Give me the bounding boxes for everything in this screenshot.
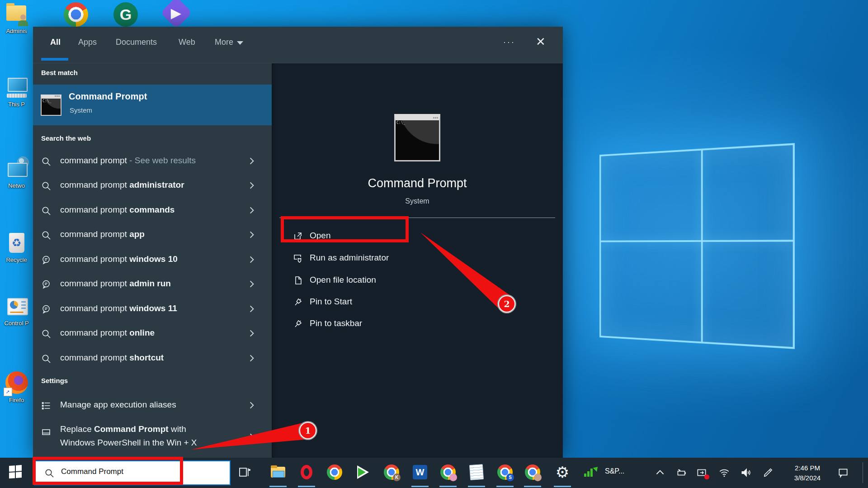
settings-row-aliases[interactable]: Manage app execution aliases — [33, 393, 272, 418]
best-match-result[interactable]: Command Prompt System — [33, 85, 272, 125]
running-indicator — [269, 486, 287, 487]
chevron-right-icon[interactable] — [247, 181, 256, 190]
suggestion-row[interactable]: command prompt online — [33, 322, 272, 346]
chrome-profile-avatar-icon[interactable] — [439, 464, 457, 481]
notification-dot — [704, 474, 709, 479]
best-match-header: Best match — [41, 69, 78, 76]
battery-icon[interactable] — [675, 467, 687, 479]
chrome-profile-s-icon[interactable]: S — [496, 464, 514, 481]
list-icon — [41, 400, 52, 411]
search-icon — [41, 230, 52, 241]
pin-icon — [292, 318, 303, 329]
user-icon — [18, 14, 28, 26]
tab-web[interactable]: Web — [179, 38, 195, 47]
wifi-icon[interactable] — [718, 467, 730, 479]
settings-header: Settings — [41, 377, 68, 384]
grammarly-icon[interactable]: G — [113, 2, 138, 27]
running-indicator — [468, 486, 485, 487]
chevron-right-icon[interactable] — [247, 255, 256, 264]
chevron-right-icon[interactable] — [247, 280, 256, 289]
best-match-title: Command Prompt — [69, 91, 147, 102]
suggestion-row[interactable]: command prompt windows 11 — [33, 297, 272, 322]
desktop-icon-network[interactable]: Netwo — [0, 156, 33, 189]
time: 2:46 PM — [786, 463, 829, 473]
tab-all[interactable]: All — [50, 38, 61, 47]
chrome-icon[interactable] — [326, 464, 343, 481]
desktop-icon-control-panel[interactable]: Control P — [0, 294, 33, 327]
media-play-app-icon[interactable]: ▶ — [160, 0, 193, 28]
pen-icon[interactable] — [762, 467, 774, 479]
suggestion-row[interactable]: command prompt shortcut — [33, 346, 272, 371]
chevron-right-icon[interactable] — [247, 329, 256, 338]
desktop-icon-label: This P — [0, 101, 33, 108]
running-indicator — [554, 486, 571, 487]
play-icon: ▶ — [171, 5, 181, 20]
control-panel-icon — [7, 298, 28, 315]
suggestion-row[interactable]: command prompt commands — [33, 199, 272, 223]
chevron-right-icon[interactable] — [247, 230, 256, 239]
running-indicator — [524, 486, 541, 487]
stock-widget-label[interactable]: S&P... — [605, 467, 624, 475]
suggestion-row[interactable]: command prompt windows 10 — [33, 248, 272, 272]
chevron-right-icon[interactable] — [247, 206, 256, 215]
desktop-icon-label: Control P — [0, 320, 33, 327]
annotation-step-2: 2 — [498, 295, 515, 313]
start-button[interactable] — [9, 465, 23, 479]
monitor-icon — [8, 163, 28, 177]
tab-documents[interactable]: Documents — [116, 38, 157, 47]
chevron-right-icon[interactable] — [247, 432, 256, 441]
chrome-icon[interactable] — [64, 2, 88, 27]
clock[interactable]: 2:46 PM 3/8/2024 — [786, 463, 829, 483]
desktop-icon-firefox[interactable]: ➚ Firefo — [0, 371, 33, 403]
suggestion-row[interactable]: command prompt - See web results — [33, 149, 272, 174]
chevron-right-icon[interactable] — [247, 304, 256, 313]
action-open-file-location[interactable]: Open file location — [272, 270, 563, 291]
action-pin-to-taskbar[interactable]: Pin to taskbar — [272, 313, 563, 335]
task-view-button[interactable] — [236, 464, 253, 481]
tab-more[interactable]: More — [215, 38, 243, 47]
opera-icon[interactable] — [298, 464, 315, 481]
annotation-step-1: 1 — [299, 422, 316, 439]
notepad-icon[interactable] — [468, 464, 485, 481]
action-run-as-administrator[interactable]: Run as administrator — [272, 247, 563, 269]
chat-bubble-icon — [41, 304, 52, 315]
suggestion-row[interactable]: command prompt administrator — [33, 174, 272, 198]
play-store-icon[interactable] — [354, 464, 372, 481]
settings-gear-icon[interactable]: ⚙ — [554, 464, 571, 481]
shortcut-arrow-icon: ➚ — [4, 388, 12, 396]
word-icon[interactable]: W — [411, 464, 429, 481]
chrome-profile-k-icon[interactable]: K — [383, 464, 400, 481]
stock-widget-icon[interactable] — [584, 466, 599, 477]
chrome-profile-face-icon[interactable] — [524, 464, 541, 481]
best-match-subtitle: System — [70, 106, 92, 114]
tray-expand-chevron-icon[interactable] — [654, 467, 666, 479]
search-icon — [41, 328, 52, 339]
chevron-right-icon[interactable] — [247, 156, 256, 166]
chevron-right-icon[interactable] — [247, 354, 256, 363]
tab-apps[interactable]: Apps — [78, 38, 97, 47]
options-ellipsis-button[interactable]: ··· — [503, 38, 515, 47]
search-icon — [41, 156, 52, 167]
running-indicator — [496, 486, 514, 487]
show-desktop-separator[interactable] — [863, 462, 863, 483]
file-explorer-icon[interactable] — [269, 464, 287, 481]
desktop-icon-recycle-bin[interactable]: ♻ Recycle — [0, 231, 33, 263]
desktop-icon-administrator[interactable]: Adminis — [0, 2, 33, 34]
close-icon[interactable]: ✕ — [536, 35, 546, 49]
search-web-header: Search the web — [41, 134, 91, 142]
suggestion-row[interactable]: command prompt admin run — [33, 272, 272, 297]
settings-row-replace-cmd[interactable]: Replace Command Prompt with Windows Powe… — [33, 418, 272, 456]
search-icon — [41, 180, 52, 191]
desktop-icon-this-pc[interactable]: This P — [0, 75, 33, 108]
action-center-icon[interactable] — [837, 467, 849, 479]
date: 3/8/2024 — [786, 473, 829, 483]
active-tab-underline — [41, 58, 68, 61]
suggestion-row[interactable]: command prompt app — [33, 223, 272, 247]
profile-badge: K — [393, 474, 401, 481]
chevron-right-icon[interactable] — [247, 401, 256, 410]
display-sync-icon[interactable] — [696, 467, 708, 479]
volume-icon[interactable] — [740, 467, 752, 479]
desktop-screen: Adminis G ▶ This P Netwo ♻ Recycle Contr… — [0, 0, 868, 488]
chat-bubble-icon — [41, 279, 52, 290]
action-pin-to-start[interactable]: Pin to Start — [272, 291, 563, 313]
